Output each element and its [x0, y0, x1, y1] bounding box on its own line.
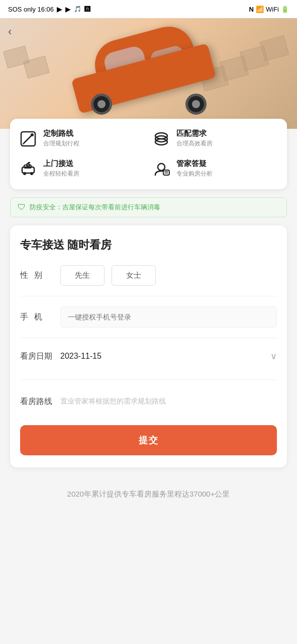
- submit-button[interactable]: 提交: [20, 425, 277, 455]
- svg-line-3: [23, 142, 25, 144]
- status-left: SOS only 16:06 ▶ ▶ 🎵 🅰: [8, 5, 90, 13]
- svg-point-14: [158, 164, 165, 171]
- app-icon-3: 🎵: [74, 6, 81, 13]
- form-title: 专车接送 随时看房: [20, 237, 277, 253]
- safety-notice: 🛡 防疫安全：吉屋保证每次带看前进行车辆消毒: [10, 197, 287, 217]
- svg-point-2: [31, 133, 34, 136]
- footer-text: 2020年累计提供专车看房服务里程达37000+公里: [67, 490, 230, 498]
- gender-female-button[interactable]: 女士: [112, 265, 156, 286]
- route-label: 看房路线: [20, 396, 60, 407]
- phone-label: 手 机: [20, 312, 60, 323]
- feature-pickup: 上门接送 全程轻松看房: [18, 159, 146, 179]
- app-icon-2: ▶: [65, 5, 71, 13]
- status-bar: SOS only 16:06 ▶ ▶ 🎵 🅰 N 📶 WiFi 🔋: [0, 0, 297, 18]
- form-card: 专车接送 随时看房 性 别 先生 女士 手 机 看房日期 2023-11-15 …: [10, 225, 287, 467]
- chevron-down-icon: ∨: [270, 351, 277, 362]
- route-value: 置业管家将根据您的需求规划路线: [60, 397, 277, 406]
- nfc-icon: N: [249, 6, 254, 13]
- feature-title-3: 管家答疑: [176, 159, 213, 169]
- features-grid: 定制路线 合理规划行程 匹配需求 合理高效看房: [18, 129, 279, 179]
- date-value: 2023-11-15: [60, 352, 270, 361]
- app-icon-4: 🅰: [84, 6, 90, 13]
- signal-icon: 📶: [256, 6, 264, 13]
- divider-1: [20, 296, 277, 296]
- battery-icon: 🔋: [281, 6, 289, 13]
- consult-icon: [151, 159, 171, 179]
- shield-icon: 🛡: [18, 203, 26, 212]
- back-button[interactable]: ‹: [8, 25, 12, 38]
- date-label: 看房日期: [20, 351, 60, 362]
- feature-consult: 管家答疑 专业购房分析: [151, 159, 279, 179]
- gender-male-button[interactable]: 先生: [60, 265, 105, 286]
- divider-2: [20, 338, 277, 338]
- svg-point-10: [30, 172, 33, 175]
- phone-row: 手 机: [20, 305, 277, 329]
- svg-point-9: [23, 172, 26, 175]
- footer: 2020年累计提供专车看房服务里程达37000+公里: [0, 475, 297, 516]
- divider-3: [20, 379, 277, 380]
- custom-route-icon: [18, 129, 38, 149]
- feature-title-2: 上门接送: [43, 159, 79, 169]
- car-illustration: [63, 33, 234, 119]
- status-text: SOS only 16:06: [8, 6, 54, 13]
- app-icon-1: ▶: [57, 5, 62, 13]
- wifi-icon: WiFi: [266, 6, 279, 13]
- gender-row: 性 别 先生 女士: [20, 264, 277, 287]
- svg-rect-15: [163, 170, 169, 175]
- feature-desc-0: 合理规划行程: [43, 139, 79, 148]
- phone-input[interactable]: [60, 306, 277, 328]
- feature-desc-3: 专业购房分析: [176, 170, 213, 178]
- gender-label: 性 别: [20, 270, 60, 281]
- route-row: 看房路线 置业管家将根据您的需求规划路线: [20, 389, 277, 412]
- safety-text: 防疫安全：吉屋保证每次带看前进行车辆消毒: [30, 203, 160, 212]
- feature-desc-2: 全程轻松看房: [43, 170, 79, 178]
- feature-match-need: 匹配需求 合理高效看房: [151, 129, 279, 149]
- date-row[interactable]: 看房日期 2023-11-15 ∨: [20, 347, 277, 370]
- match-need-icon: [151, 129, 171, 149]
- status-right: N 📶 WiFi 🔋: [249, 6, 289, 13]
- pickup-icon: [18, 159, 38, 179]
- feature-title-0: 定制路线: [43, 129, 79, 138]
- hero-banner: ‹: [0, 18, 297, 129]
- feature-custom-route: 定制路线 合理规划行程: [18, 129, 146, 149]
- feature-title-1: 匹配需求: [176, 129, 213, 138]
- feature-desc-1: 合理高效看房: [176, 139, 213, 148]
- gender-group: 先生 女士: [60, 265, 277, 286]
- features-card: 定制路线 合理规划行程 匹配需求 合理高效看房: [10, 119, 287, 189]
